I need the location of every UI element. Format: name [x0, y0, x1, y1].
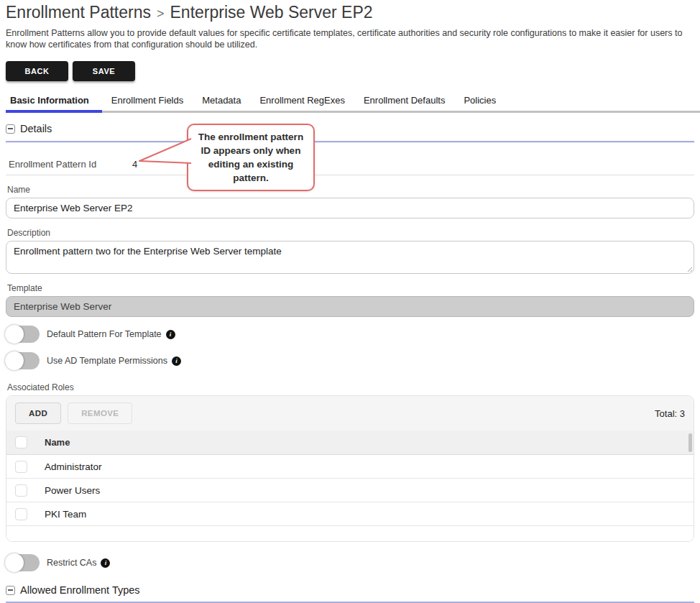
description-field-label: Description [6, 228, 694, 238]
tab-bar: Basic Information Enrollment Fields Meta… [6, 90, 694, 113]
tab-policies[interactable]: Policies [454, 89, 505, 113]
annotation-callout: The enrollment pattern ID appears only w… [187, 124, 315, 191]
restrict-cas-toggle-label: Restrict CAs i [47, 558, 110, 568]
table-row[interactable]: Power Users [6, 479, 694, 502]
details-section-header[interactable]: Details [6, 123, 694, 134]
associated-roles-label: Associated Roles [6, 382, 694, 392]
default-pattern-toggle-label: Default Pattern For Template i [47, 329, 175, 339]
role-name: Administrator [45, 461, 102, 472]
breadcrumb-separator-icon: > [157, 6, 165, 22]
tab-enrollment-defaults[interactable]: Enrollment Defaults [354, 89, 454, 113]
pattern-id-row: Enrollment Pattern Id 4 [6, 153, 694, 175]
ad-permissions-toggle-row: Use AD Template Permissions i [6, 351, 694, 370]
breadcrumb-current: Enterprise Web Server EP2 [170, 3, 373, 22]
pattern-id-label: Enrollment Pattern Id [6, 159, 132, 170]
info-icon[interactable]: i [101, 558, 110, 568]
scrollbar-thumb[interactable] [689, 433, 692, 452]
details-section-title: Details [20, 123, 52, 134]
tab-enrollment-regexes[interactable]: Enrollment RegExes [250, 89, 354, 113]
remove-role-button: REMOVE [68, 402, 132, 424]
section-divider [6, 141, 694, 142]
table-row[interactable]: Administrator [6, 455, 694, 479]
enrollment-types-section-header[interactable]: Allowed Enrollment Types [6, 584, 694, 596]
role-name: Power Users [45, 485, 100, 496]
restrict-cas-toggle[interactable] [6, 554, 40, 571]
name-field-group: Name [6, 185, 694, 218]
roles-toolbar: ADD REMOVE Total: 3 [6, 396, 694, 431]
tab-basic-information[interactable]: Basic Information [6, 89, 102, 113]
back-button[interactable]: BACK [6, 61, 68, 81]
select-all-checkbox[interactable] [15, 436, 27, 448]
collapse-minus-icon[interactable] [6, 124, 15, 134]
table-row[interactable]: PKI Team [6, 502, 694, 526]
details-section: Details Enrollment Pattern Id 4 The enro… [6, 123, 694, 175]
associated-roles-table: ADD REMOVE Total: 3 Name Administrator P… [6, 395, 694, 542]
annotation-callout-pointer-icon [134, 134, 193, 169]
info-icon[interactable]: i [166, 330, 175, 339]
template-field-group: Template [6, 283, 694, 317]
save-button[interactable]: SAVE [73, 61, 135, 81]
page-title: Enrollment Patterns > Enterprise Web Ser… [6, 3, 694, 22]
roles-table-header: Name [6, 431, 694, 455]
description-textarea[interactable]: Enrollment pattern two for the Enterpris… [6, 241, 694, 274]
tab-enrollment-fields[interactable]: Enrollment Fields [102, 89, 193, 113]
default-pattern-toggle-row: Default Pattern For Template i [6, 325, 694, 344]
roles-total-count: Total: 3 [655, 408, 685, 419]
restrict-cas-toggle-row: Restrict CAs i [6, 553, 694, 572]
toggle-knob [5, 553, 24, 572]
ad-permissions-toggle-label: Use AD Template Permissions i [47, 356, 181, 366]
row-checkbox[interactable] [15, 484, 27, 497]
column-header-name: Name [45, 437, 70, 448]
tab-metadata[interactable]: Metadata [193, 89, 250, 113]
role-name: PKI Team [45, 509, 86, 520]
row-checkbox[interactable] [15, 508, 27, 520]
roles-table-footer [6, 526, 694, 541]
collapse-minus-icon[interactable] [6, 586, 15, 595]
name-field-label: Name [6, 185, 694, 195]
template-input [6, 296, 694, 317]
default-pattern-toggle[interactable] [6, 326, 40, 343]
name-input[interactable] [6, 198, 694, 218]
info-icon[interactable]: i [172, 356, 181, 366]
page-description: Enrollment Patterns allow you to provide… [6, 27, 694, 50]
ad-permissions-toggle[interactable] [6, 352, 40, 369]
add-role-button[interactable]: ADD [15, 402, 61, 424]
description-field-group: Description Enrollment pattern two for t… [6, 228, 694, 274]
template-field-label: Template [6, 283, 694, 293]
enrollment-types-section-title: Allowed Enrollment Types [20, 584, 140, 596]
row-checkbox[interactable] [15, 461, 27, 473]
toggle-knob [5, 325, 24, 344]
page-container: Enrollment Patterns > Enterprise Web Ser… [0, 3, 700, 603]
toggle-knob [5, 351, 24, 370]
breadcrumb-parent[interactable]: Enrollment Patterns [6, 3, 151, 22]
action-bar: BACK SAVE [6, 61, 694, 81]
